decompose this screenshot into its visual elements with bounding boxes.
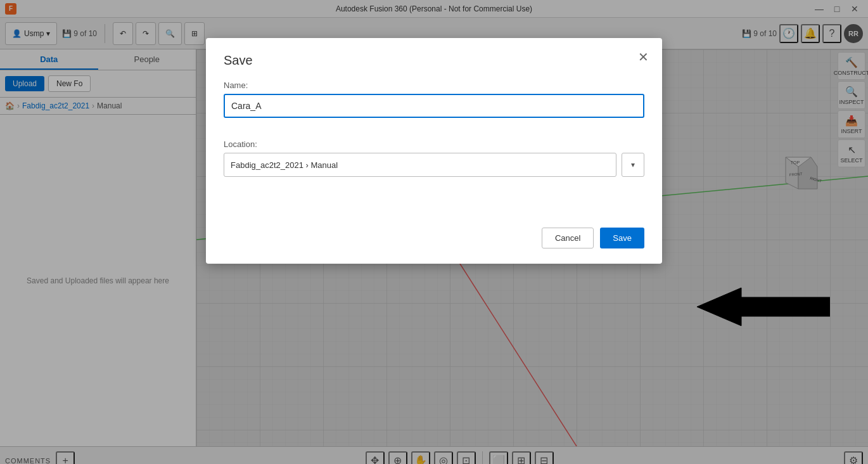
location-row: ▾ — [224, 153, 644, 177]
modal-backdrop: Save ✕ Name: Location: ▾ Cancel Save — [0, 0, 868, 464]
name-label: Name: — [224, 81, 644, 90]
location-dropdown-button[interactable]: ▾ — [622, 153, 644, 177]
location-input[interactable] — [224, 153, 616, 177]
save-dialog: Save ✕ Name: Location: ▾ Cancel Save — [206, 38, 662, 264]
dialog-close-button[interactable]: ✕ — [634, 48, 652, 66]
dialog-title: Save — [224, 53, 644, 68]
name-input[interactable] — [224, 94, 644, 118]
svg-marker-10 — [697, 288, 830, 326]
location-field-row: Location: ▾ — [224, 139, 644, 177]
arrow-annotation — [691, 281, 830, 334]
save-button[interactable]: Save — [600, 228, 644, 248]
cancel-button[interactable]: Cancel — [542, 228, 594, 248]
dialog-footer: Cancel Save — [224, 228, 644, 248]
name-field-row: Name: — [224, 81, 644, 129]
location-label: Location: — [224, 139, 644, 149]
